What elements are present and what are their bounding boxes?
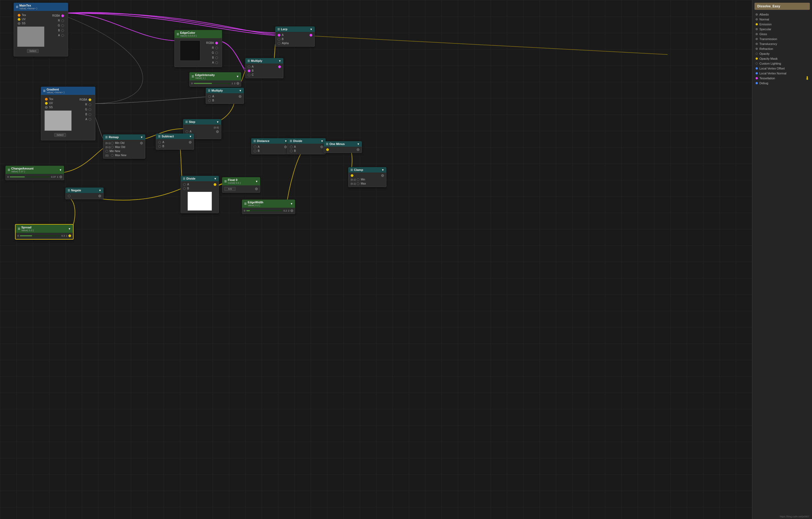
oneminus-arrow[interactable]: ▼: [357, 143, 360, 146]
edgeintensity-port-out[interactable]: [236, 82, 239, 85]
changeamount-arrow[interactable]: ▼: [59, 169, 62, 171]
divide1-port-a[interactable]: [290, 146, 293, 148]
remap-port-maxnew[interactable]: [111, 154, 114, 157]
distance-port-out[interactable]: [284, 146, 287, 148]
port-uv[interactable]: [18, 18, 21, 21]
oneminus-port-in[interactable]: [326, 148, 329, 151]
divide1-arrow[interactable]: ▼: [321, 140, 323, 143]
spread-arrow[interactable]: ▼: [68, 227, 71, 230]
panel-refraction[interactable]: Refraction: [752, 46, 812, 51]
port-r-out[interactable]: [61, 19, 64, 22]
edgecolor-port-b[interactable]: [215, 56, 218, 59]
float0-arrow[interactable]: ▼: [255, 180, 258, 183]
remap-port-out[interactable]: [140, 142, 143, 144]
multiply1-port-c[interactable]: [248, 74, 251, 76]
panel-customlighting[interactable]: Custom Lighting: [752, 61, 812, 66]
changeamount-track[interactable]: [10, 176, 50, 177]
edgecolor-port-r[interactable]: [215, 47, 218, 49]
multiply1-port-a[interactable]: [248, 65, 251, 68]
gradient-port-g-out[interactable]: [89, 108, 91, 111]
remap-port-minold[interactable]: [111, 142, 114, 144]
lerp-port-alpha[interactable]: [278, 42, 280, 45]
port-tex[interactable]: [18, 14, 21, 17]
changeamount-port-out[interactable]: [59, 176, 62, 178]
panel-gloss[interactable]: Gloss: [752, 32, 812, 36]
edgewidth-track[interactable]: [246, 210, 282, 211]
gradient-port-uv[interactable]: [45, 102, 48, 105]
subtract-port-out[interactable]: [189, 141, 192, 144]
float0-port-out[interactable]: [255, 188, 258, 190]
gradient-select-btn[interactable]: Select: [54, 133, 66, 137]
multiply2-arrow[interactable]: ▼: [239, 89, 242, 92]
edgewidth-arrow[interactable]: ▼: [290, 202, 293, 205]
distance-arrow[interactable]: ▼: [285, 140, 287, 143]
gradient-port-ss[interactable]: [45, 106, 48, 109]
divide2-port-out[interactable]: [214, 183, 216, 186]
panel-opacity[interactable]: Opacity: [752, 51, 812, 56]
negate-port-in[interactable]: [68, 195, 70, 197]
spread-port-out[interactable]: [68, 234, 71, 237]
subtract-port-a[interactable]: [158, 141, 161, 144]
panel-normal[interactable]: Normal: [752, 17, 812, 22]
panel-localvertexoffset[interactable]: Local Vertex Offset: [752, 66, 812, 71]
step-port-a[interactable]: [185, 130, 188, 133]
lerp-port-a[interactable]: [278, 34, 280, 36]
panel-specular[interactable]: Specular: [752, 27, 812, 32]
distance-port-a[interactable]: [254, 146, 256, 148]
divide2-port-b[interactable]: [183, 187, 186, 190]
panel-opacitymask[interactable]: Opacity Mask: [752, 56, 812, 61]
port-g-out[interactable]: [61, 24, 64, 27]
remap-port-minnew[interactable]: [106, 150, 108, 153]
clamp-port-out[interactable]: [381, 174, 384, 177]
clamp-arrow[interactable]: ▼: [381, 169, 384, 171]
panel-albedo[interactable]: Albedo: [752, 12, 812, 17]
edgecolor-port-g[interactable]: [215, 52, 218, 54]
divide1-port-b[interactable]: [290, 150, 293, 152]
clamp-port-in[interactable]: [351, 174, 353, 177]
multiply2-port-b[interactable]: [208, 99, 211, 102]
spread-track[interactable]: [20, 235, 60, 236]
divide2-port-a[interactable]: [183, 183, 186, 186]
maintex-select-btn[interactable]: Select: [27, 49, 39, 53]
port-ss[interactable]: [18, 22, 21, 25]
gradient-port-a-out[interactable]: [89, 118, 91, 121]
multiply1-arrow[interactable]: ▼: [279, 59, 281, 62]
distance-port-b[interactable]: [254, 150, 256, 152]
clamp-port-max[interactable]: [357, 182, 359, 185]
subtract-arrow[interactable]: ▼: [189, 135, 192, 138]
panel-translucency[interactable]: Translucency: [752, 41, 812, 46]
subtract-port-b[interactable]: [158, 145, 161, 148]
edgeintensity-arrow[interactable]: ▼: [236, 75, 239, 78]
edgewidth-port-out[interactable]: [290, 209, 293, 212]
lerp-arrow[interactable]: ▼: [310, 28, 313, 31]
panel-transmission[interactable]: Transmission: [752, 36, 812, 41]
gradient-port-rgba-out[interactable]: [89, 98, 91, 101]
gradient-port-r-out[interactable]: [89, 103, 91, 106]
lerp-port-b[interactable]: [278, 38, 280, 40]
panel-debug[interactable]: Debug: [752, 81, 812, 86]
port-a-out[interactable]: [61, 34, 64, 37]
divide2-arrow[interactable]: ▼: [214, 177, 216, 180]
edgecolor-port-a[interactable]: [215, 61, 218, 64]
panel-localvertexnormal[interactable]: Local Vertex Normal: [752, 71, 812, 76]
divide1-port-out[interactable]: [320, 146, 323, 148]
edgecolor-port-rgba[interactable]: [215, 42, 218, 45]
gradient-port-b-out[interactable]: [89, 113, 91, 116]
negate-port-out[interactable]: [98, 195, 101, 197]
remap-arrow[interactable]: ▼: [140, 136, 143, 139]
multiply1-port-out[interactable]: [278, 65, 281, 68]
multiply2-port-a[interactable]: [208, 95, 211, 98]
lerp-port-out[interactable]: [310, 34, 312, 36]
panel-tessellation[interactable]: Tessellation ⬇: [752, 76, 812, 81]
step-arrow[interactable]: ▼: [216, 120, 219, 123]
multiply1-port-b[interactable]: [248, 69, 251, 72]
edgeintensity-track[interactable]: [194, 83, 231, 84]
oneminus-port-out[interactable]: [357, 148, 359, 151]
download-icon[interactable]: ⬇: [805, 75, 809, 81]
remap-port-maxold[interactable]: [111, 146, 114, 149]
panel-emission[interactable]: Emission: [752, 22, 812, 27]
port-b-out[interactable]: [61, 29, 64, 32]
gradient-port-tex[interactable]: [45, 98, 48, 100]
port-rgba-out[interactable]: [61, 15, 64, 17]
negate-arrow[interactable]: ▼: [99, 189, 102, 192]
